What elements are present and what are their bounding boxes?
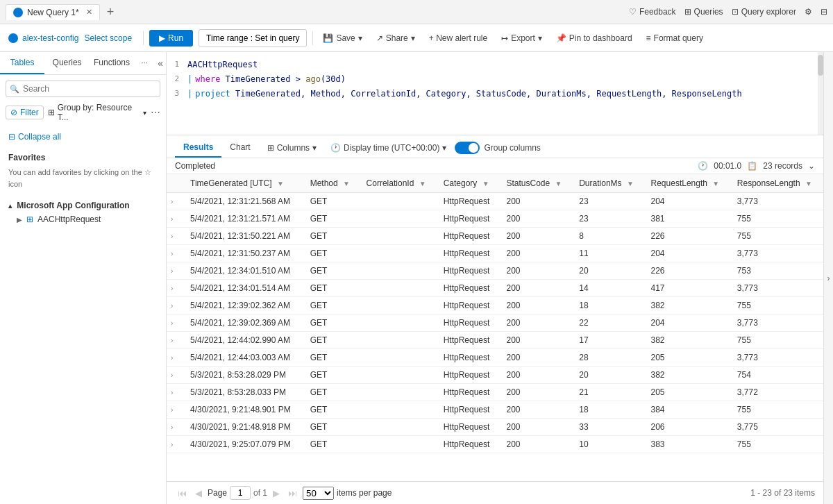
table-expand-icon: ▶ (17, 216, 22, 224)
sidebar-options-button[interactable]: ⋯ (151, 107, 160, 118)
query-explorer-button[interactable]: ⊡ Query explorer (732, 7, 796, 17)
prev-page-button[interactable]: ◀ (192, 487, 205, 500)
row-expand-button[interactable]: › (167, 349, 183, 367)
search-input[interactable] (6, 81, 160, 97)
method-filter-icon[interactable]: ▼ (343, 180, 350, 187)
filter-button[interactable]: ⊘ Filter (6, 106, 44, 119)
row-expand-button[interactable]: › (167, 332, 183, 349)
table-row: ›5/4/2021, 12:31:50.221 AMGETHttpRequest… (167, 228, 823, 245)
group-columns-toggle[interactable]: Group columns (455, 142, 540, 154)
col-duration-ms[interactable]: DurationMs ▼ (572, 174, 643, 193)
cat-filter-icon[interactable]: ▼ (482, 180, 489, 187)
table-cell: 20 (572, 367, 643, 384)
req-filter-icon[interactable]: ▼ (712, 180, 719, 187)
table-cell: 3,773 (730, 245, 823, 262)
section-expand-icon[interactable]: ▴ (8, 202, 12, 210)
divider (143, 31, 144, 45)
row-expand-button[interactable]: › (167, 297, 183, 314)
row-expand-button[interactable]: › (167, 314, 183, 332)
editor-scrollbar[interactable] (818, 52, 823, 135)
table-cell: HttpRequest (437, 367, 500, 384)
col-correlation-id[interactable]: CorrelationId ▼ (360, 174, 437, 193)
tab-tables[interactable]: Tables (0, 52, 44, 74)
resp-filter-icon[interactable]: ▼ (805, 180, 812, 187)
corr-filter-icon[interactable]: ▼ (419, 180, 426, 187)
last-page-button[interactable]: ⏭ (285, 487, 300, 500)
tab-chart[interactable]: Chart (221, 138, 258, 158)
table-cell: 200 (499, 349, 572, 367)
group-by-icon: ⊞ (48, 108, 55, 117)
tab-functions[interactable]: Functions (90, 52, 134, 74)
layout-button[interactable]: ⊟ (821, 7, 827, 17)
tab-close-button[interactable]: ✕ (86, 8, 92, 17)
col-method[interactable]: Method ▼ (303, 174, 360, 193)
row-expand-button[interactable]: › (167, 280, 183, 297)
row-expand-button[interactable]: › (167, 384, 183, 401)
row-expand-button[interactable]: › (167, 193, 183, 210)
row-expand-button[interactable]: › (167, 419, 183, 436)
columns-button[interactable]: ⊞ Columns ▾ (262, 140, 322, 156)
ms-table-item[interactable]: ▶ ⊞ AACHttpRequest (8, 213, 158, 226)
row-expand-button[interactable]: › (167, 228, 183, 245)
table-cell: 200 (499, 367, 572, 384)
sidebar-more-button[interactable]: ··· (134, 52, 155, 74)
tab-queries[interactable]: Queries (44, 52, 89, 74)
table-cell: 200 (499, 436, 572, 453)
duration-filter-icon[interactable]: ▼ (627, 180, 634, 187)
save-button[interactable]: 💾 Save ▾ (319, 31, 366, 46)
table-cell: 417 (644, 280, 730, 297)
table-cell: 226 (644, 228, 730, 245)
first-page-button[interactable]: ⏮ (175, 487, 190, 500)
display-time-chevron-icon: ▾ (442, 143, 446, 153)
status-label: Completed (175, 161, 215, 171)
pin-button[interactable]: 📌 Pin to dashboard (552, 31, 637, 46)
row-expand-button[interactable]: › (167, 210, 183, 228)
keyword-project: project (195, 87, 230, 101)
settings-button[interactable]: ⚙ (805, 7, 812, 17)
row-expand-button[interactable]: › (167, 245, 183, 262)
col-request-length[interactable]: RequestLength ▼ (644, 174, 730, 193)
expand-results-button[interactable]: ⌄ (808, 161, 815, 171)
collapse-all-button[interactable]: ⊟ Collapse all (0, 129, 166, 147)
table-cell: 753 (730, 262, 823, 280)
content-area: 1 AACHttpRequest 2 | where TimeGenerated… (167, 52, 823, 504)
col-status-code[interactable]: StatusCode ▼ (499, 174, 572, 193)
col-category[interactable]: Category ▼ (437, 174, 500, 193)
time-filter-icon[interactable]: ▼ (277, 180, 284, 187)
row-expand-button[interactable]: › (167, 401, 183, 419)
query-code-1: AACHttpRequest (187, 58, 258, 72)
toggle-switch[interactable] (455, 142, 480, 154)
new-alert-button[interactable]: + New alert rule (425, 31, 491, 46)
feedback-button[interactable]: ♡ Feedback (629, 7, 676, 17)
sidebar-search-area: 🔍 (0, 75, 166, 103)
group-by-button[interactable]: ⊞ Group by: Resource T... ▾ (48, 103, 146, 122)
status-filter-icon[interactable]: ▼ (555, 180, 562, 187)
row-expand-button[interactable]: › (167, 262, 183, 280)
sidebar-collapse-button[interactable]: « (155, 52, 166, 74)
chevron-left-icon: « (158, 58, 163, 69)
add-tab-button[interactable]: + (103, 3, 119, 21)
query-code-2: TimeGenerated > (226, 73, 301, 86)
share-button[interactable]: ↗ Share ▾ (372, 31, 419, 46)
format-icon: ≡ (646, 33, 651, 43)
right-panel-toggle[interactable]: › (823, 52, 833, 504)
row-expand-button[interactable]: › (167, 436, 183, 453)
query-editor[interactable]: 1 AACHttpRequest 2 | where TimeGenerated… (167, 52, 823, 135)
col-response-length[interactable]: ResponseLength ▼ (730, 174, 823, 193)
row-expand-button[interactable]: › (167, 367, 183, 384)
time-range-button[interactable]: Time range : Set in query (199, 29, 307, 47)
tab-results[interactable]: Results (175, 138, 221, 158)
export-button[interactable]: ↦ Export ▾ (497, 31, 546, 46)
format-button[interactable]: ≡ Format query (642, 31, 707, 46)
col-time-generated[interactable]: TimeGenerated [UTC] ▼ (183, 174, 303, 193)
next-page-button[interactable]: ▶ (270, 487, 283, 500)
run-button[interactable]: ▶ Run (149, 30, 193, 47)
display-time-button[interactable]: 🕐 Display time (UTC+00:00) ▾ (325, 140, 452, 156)
results-tabs-bar: Results Chart ⊞ Columns ▾ 🕐 Display time… (167, 135, 823, 158)
queries-button[interactable]: ⊞ Queries (684, 7, 723, 17)
per-page-select[interactable]: 50 100 200 (303, 487, 334, 500)
page-input[interactable] (230, 486, 251, 500)
toolbar: alex-test-config Select scope ▶ Run Time… (0, 24, 833, 52)
select-scope-button[interactable]: Select scope (84, 33, 132, 43)
query-tab[interactable]: New Query 1* ✕ (6, 4, 100, 20)
